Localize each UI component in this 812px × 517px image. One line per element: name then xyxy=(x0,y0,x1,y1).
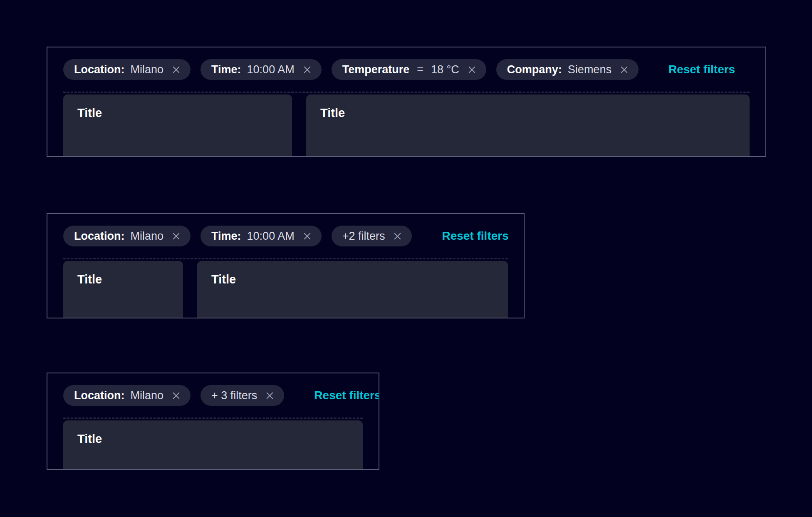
close-icon[interactable] xyxy=(171,231,181,241)
truncation-dashes xyxy=(63,418,363,419)
filter-chip-label: Company: xyxy=(507,63,562,76)
content-card: Title xyxy=(306,94,750,157)
content-card: Title xyxy=(197,261,508,318)
filter-chip-location[interactable]: Location: Milano xyxy=(63,226,191,246)
reset-filters-link[interactable]: Reset filters xyxy=(442,229,508,243)
filter-chip-value: 10:00 AM xyxy=(247,230,295,243)
filter-chip-value: +2 filters xyxy=(342,230,385,243)
filter-chip-time[interactable]: Time: 10:00 AM xyxy=(201,59,322,80)
content-card: Title xyxy=(63,420,363,470)
filter-chip-label: Temperature xyxy=(342,63,410,76)
close-icon[interactable] xyxy=(619,65,629,75)
filter-chip-label: Location: xyxy=(74,230,125,243)
filter-chip-value: Siemens xyxy=(568,63,611,76)
filter-chip-label: Time: xyxy=(211,230,241,243)
card-title: Title xyxy=(63,261,183,286)
cards-row: Title Title xyxy=(63,261,508,318)
filter-chip-overflow[interactable]: +2 filters xyxy=(332,226,412,246)
filter-chip-value: Milano xyxy=(131,389,164,402)
filter-chip-overflow[interactable]: + 3 filters xyxy=(201,385,284,406)
close-icon[interactable] xyxy=(302,65,312,75)
filter-chip-value: Milano xyxy=(131,230,164,243)
filter-demo-panel-wide: Location: Milano Time: 10:00 AM Temperat… xyxy=(47,47,766,157)
reset-filters-link[interactable]: Reset filters xyxy=(668,63,735,76)
filter-chip-value: + 3 filters xyxy=(211,389,257,402)
cards-row: Title Title xyxy=(63,94,750,157)
filter-chip-temperature[interactable]: Temperature = 18 °C xyxy=(332,59,486,80)
filter-chip-location[interactable]: Location: Milano xyxy=(63,385,191,406)
card-title: Title xyxy=(197,261,508,286)
filter-chip-time[interactable]: Time: 10:00 AM xyxy=(201,226,322,246)
filter-demo-panel-narrow: Location: Milano + 3 filters Reset filte… xyxy=(47,373,379,470)
filter-chip-label: Location: xyxy=(74,63,125,76)
filter-chip-label: Location: xyxy=(74,389,125,402)
close-icon[interactable] xyxy=(171,65,181,75)
filter-bar: Location: Milano Time: 10:00 AM +2 filte… xyxy=(63,226,508,246)
filter-chip-label: Time: xyxy=(211,63,241,76)
close-icon[interactable] xyxy=(265,390,275,401)
filter-chip-value: 10:00 AM xyxy=(247,63,295,76)
filter-demo-panel-medium: Location: Milano Time: 10:00 AM +2 filte… xyxy=(47,213,525,318)
cards-row: Title xyxy=(63,420,363,470)
truncation-dashes xyxy=(63,92,750,93)
card-title: Title xyxy=(306,94,750,120)
close-icon[interactable] xyxy=(302,231,312,241)
card-title: Title xyxy=(63,94,292,120)
filter-bar: Location: Milano + 3 filters Reset filte… xyxy=(63,385,363,406)
close-icon[interactable] xyxy=(392,231,403,241)
close-icon[interactable] xyxy=(171,390,181,401)
truncation-dashes xyxy=(63,258,508,259)
reset-filters-link[interactable]: Reset filters xyxy=(314,389,379,402)
filter-chip-operator: = xyxy=(417,63,423,76)
card-title: Title xyxy=(63,420,363,446)
filter-chip-location[interactable]: Location: Milano xyxy=(63,59,191,80)
content-card: Title xyxy=(63,261,183,318)
filter-chip-company[interactable]: Company: Siemens xyxy=(496,59,639,80)
close-icon[interactable] xyxy=(467,65,477,75)
filter-bar: Location: Milano Time: 10:00 AM Temperat… xyxy=(63,59,750,80)
content-card: Title xyxy=(63,94,292,157)
filter-chip-value: Milano xyxy=(131,63,164,76)
filter-chip-value: 18 °C xyxy=(431,63,459,76)
